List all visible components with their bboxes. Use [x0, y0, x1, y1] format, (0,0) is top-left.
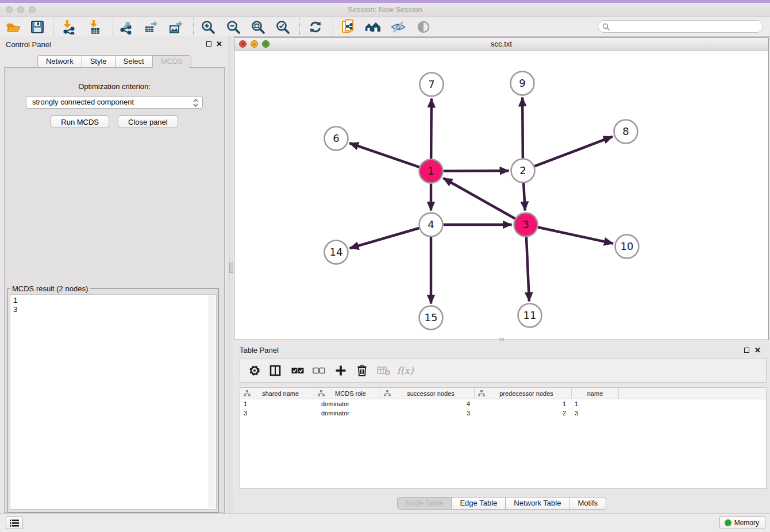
delete-table-button[interactable] [375, 363, 392, 379]
vertical-splitter[interactable] [229, 36, 233, 514]
eye-icon [416, 20, 431, 34]
close-panel-button[interactable]: Close panel [118, 115, 178, 128]
zoom-fit-button[interactable] [249, 18, 267, 35]
add-row-button[interactable] [332, 363, 349, 379]
fx-icon: f(x) [396, 365, 413, 376]
criterion-select[interactable]: strongly connected component [26, 96, 203, 109]
network-canvas[interactable]: 7968124314101511 [234, 51, 768, 340]
splitter-grip[interactable] [229, 263, 233, 273]
graph-edge-2-8[interactable] [534, 137, 613, 167]
import-table-button[interactable] [86, 18, 103, 35]
refresh-layout-button[interactable] [307, 18, 324, 35]
result-scrollbar[interactable] [209, 295, 215, 508]
graph-node-label-6: 6 [333, 132, 339, 144]
graph-edge-4-14[interactable] [350, 228, 419, 248]
memory-status-icon [725, 519, 732, 526]
column-header-successor-nodes[interactable]: successor nodes [380, 388, 475, 399]
tab-mcds[interactable]: MCDS [152, 55, 191, 68]
table-row[interactable]: 3dominator323 [240, 408, 766, 418]
graph-node-label-7: 7 [428, 78, 434, 90]
import-network-icon [61, 20, 76, 34]
network-graph[interactable]: 7968124314101511 [234, 51, 768, 340]
show-panels-button[interactable] [6, 516, 23, 529]
memory-button[interactable]: Memory [719, 516, 765, 529]
graph-edge-1-7[interactable] [431, 98, 432, 159]
search-field[interactable] [598, 20, 763, 33]
column-header-shared-name[interactable]: shared name [240, 388, 314, 399]
float-panel-icon[interactable] [206, 41, 211, 47]
export-table-button[interactable] [143, 18, 160, 35]
zoom-selected-icon [275, 20, 290, 34]
node-table[interactable]: shared name MCDS role successor nodes [240, 387, 767, 489]
table-settings-button[interactable] [246, 363, 263, 379]
control-panel-title: Control Panel [6, 40, 51, 49]
save-session-button[interactable] [29, 18, 46, 35]
table-cell[interactable]: dominator [314, 410, 380, 417]
show-all-button[interactable] [415, 18, 432, 35]
table-toolbar: f(x) [240, 358, 767, 383]
select-all-button[interactable] [289, 363, 306, 379]
search-input[interactable] [612, 22, 758, 32]
column-header-name[interactable]: name [572, 388, 619, 399]
table-cell[interactable]: 1 [572, 400, 619, 407]
table-cell[interactable]: 3 [572, 410, 619, 417]
titlebar[interactable]: Session: New Session [0, 3, 770, 17]
tab-select[interactable]: Select [115, 55, 152, 68]
zoom-out-button[interactable] [225, 18, 242, 35]
mcds-result-group: MCDS result (2 nodes) 1 3 [7, 284, 219, 512]
import-network-button[interactable] [60, 18, 77, 35]
close-panel-icon[interactable]: ✕ [216, 40, 222, 48]
graph-edge-3-10[interactable] [538, 228, 613, 244]
column-header-mcds-role[interactable]: MCDS role [314, 388, 380, 399]
table-cell[interactable]: 3 [240, 410, 314, 417]
first-neighbors-button[interactable] [364, 18, 382, 35]
open-session-button[interactable] [5, 18, 22, 35]
column-header-predecessor-nodes[interactable]: predecessor nodes [475, 388, 572, 399]
unselect-all-button[interactable] [310, 363, 328, 379]
graph-node-label-2: 2 [519, 164, 526, 176]
zoom-selected-button[interactable] [274, 18, 291, 35]
criterion-value: strongly connected component [32, 98, 134, 106]
toolbar-separator [333, 18, 333, 35]
graph-edge-1-2[interactable] [443, 171, 509, 171]
zoom-in-button[interactable] [199, 18, 217, 35]
tab-network-table[interactable]: Network Table [505, 497, 569, 510]
table-cell[interactable]: 3 [380, 410, 475, 417]
network-window-titlebar[interactable]: ✕ − + scc.txt [234, 38, 768, 51]
export-image-button[interactable] [168, 18, 185, 35]
table-close-icon[interactable]: ✕ [754, 346, 761, 354]
run-mcds-button[interactable]: Run MCDS [51, 115, 109, 128]
export-network-button[interactable] [118, 18, 135, 35]
checked-boxes-icon [291, 367, 304, 374]
tab-node-table[interactable]: Node Table [397, 497, 452, 510]
application-window: Session: New Session [0, 0, 770, 532]
table-cell[interactable]: 1 [240, 400, 314, 407]
show-columns-button[interactable] [267, 363, 284, 379]
table-cell[interactable]: 1 [475, 400, 572, 407]
tab-edge-table[interactable]: Edge Table [451, 497, 505, 510]
table-cell[interactable]: 4 [380, 400, 475, 407]
graph-edge-2-3[interactable] [523, 183, 525, 210]
graph-edge-2-9[interactable] [522, 97, 523, 158]
tab-network[interactable]: Network [37, 55, 82, 68]
table-cell[interactable]: dominator [314, 400, 380, 407]
table-cell[interactable]: 2 [475, 410, 572, 417]
export-table-icon [144, 20, 159, 34]
tab-motifs[interactable]: Motifs [569, 497, 606, 510]
graph-edge-3-1[interactable] [443, 178, 515, 218]
apply-function-button[interactable]: f(x) [396, 363, 414, 379]
attribute-icon [384, 390, 391, 396]
clone-network-button[interactable] [340, 18, 357, 35]
refresh-icon [308, 20, 323, 34]
hide-selected-button[interactable] [390, 18, 407, 35]
graph-edge-3-11[interactable] [526, 237, 529, 301]
table-float-icon[interactable] [744, 348, 749, 353]
unchecked-boxes-icon [313, 367, 325, 374]
tab-style[interactable]: Style [82, 55, 115, 68]
table-row[interactable]: 1dominator411 [240, 399, 766, 408]
graph-edge-1-6[interactable] [349, 143, 419, 167]
graph-node-label-1: 1 [428, 165, 434, 177]
network-view-window: ✕ − + scc.txt 7968124314101511 [234, 37, 769, 340]
mcds-result-text[interactable]: 1 3 [10, 294, 217, 510]
delete-row-button[interactable] [353, 363, 371, 379]
